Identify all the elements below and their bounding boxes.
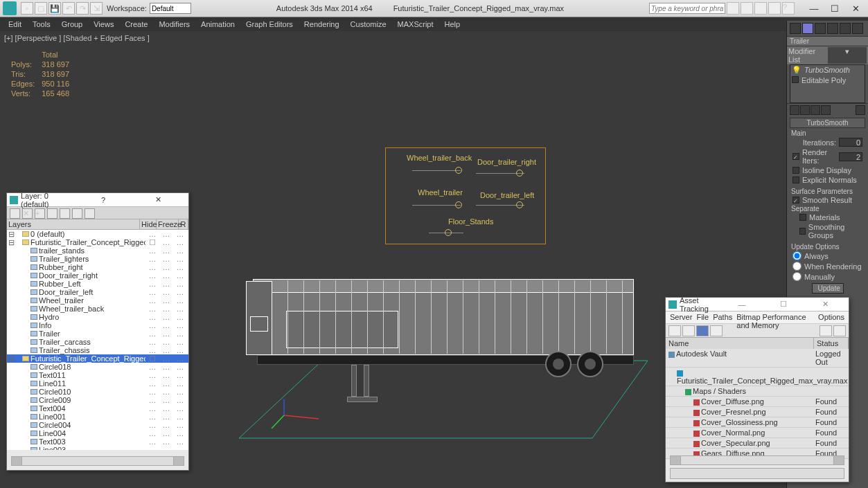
exchange-icon[interactable] bbox=[741, 2, 753, 15]
smooth-result-check[interactable] bbox=[792, 197, 799, 204]
layer-tree[interactable]: ⊟0 (default)………⊟Futuristic_Trailer_Conce… bbox=[7, 230, 188, 450]
menu-customize[interactable]: Customize bbox=[345, 19, 392, 30]
layer-hscroll[interactable] bbox=[11, 456, 184, 466]
modifier-list-combo[interactable]: Modifier List▾ bbox=[787, 46, 868, 64]
layer-row[interactable]: Circle018……… bbox=[7, 363, 188, 371]
layer-row[interactable]: Text004……… bbox=[7, 404, 188, 413]
layer-row[interactable]: trailer_stands……… bbox=[7, 246, 188, 255]
layer-dialog[interactable]: Layer: 0 (default) ? ✕ ✕ + Layers Hide F… bbox=[6, 192, 189, 471]
menu-edit[interactable]: Edit bbox=[3, 19, 27, 30]
rig-handle-floor[interactable] bbox=[445, 229, 452, 236]
layer-row[interactable]: ⊟Futuristic_Trailer_Concept_Rigged☐…… bbox=[7, 238, 188, 246]
layer-row[interactable]: Info……… bbox=[7, 321, 188, 329]
rig-handle-wheel[interactable] bbox=[455, 201, 462, 208]
qat-redo-icon[interactable]: ↷ bbox=[76, 2, 89, 15]
workspace-combo[interactable] bbox=[150, 3, 191, 14]
layer-row[interactable]: ⊟Futuristic_Trailer_Concept_Rigged_contr… bbox=[7, 354, 188, 363]
dialog-minimize-icon[interactable]: — bbox=[721, 300, 763, 309]
viewport-label[interactable]: [+] [Perspective ] [Shaded + Edged Faces… bbox=[4, 34, 150, 42]
rig-handle-wheel-back[interactable] bbox=[455, 167, 462, 174]
asset-refresh-icon[interactable] bbox=[668, 325, 681, 336]
close-button[interactable]: ✕ bbox=[846, 2, 865, 15]
asset-hscroll[interactable] bbox=[670, 455, 844, 465]
asset-row[interactable]: Futuristic_Trailer_Concept_Rigged_max_vr… bbox=[666, 368, 849, 386]
freeze-layer-icon[interactable] bbox=[85, 208, 95, 219]
menu-animation[interactable]: Animation bbox=[195, 19, 240, 30]
layer-row[interactable]: Rubber_right……… bbox=[7, 263, 188, 271]
highlight-layer-icon[interactable] bbox=[60, 208, 70, 219]
asset-row[interactable]: Cover_Fresnel.pngFound bbox=[666, 407, 849, 417]
asset-view1-icon[interactable] bbox=[682, 325, 695, 336]
help-icon[interactable]: ? bbox=[782, 2, 795, 15]
sep-sg-check[interactable] bbox=[799, 228, 806, 235]
layer-row[interactable]: Trailer_carcass……… bbox=[7, 338, 188, 346]
asset-tools-icon[interactable] bbox=[820, 325, 832, 336]
qat-undo-icon[interactable]: ↶ bbox=[62, 2, 75, 15]
dialog-maximize-icon[interactable]: ☐ bbox=[763, 300, 804, 309]
layer-row[interactable]: Line004……… bbox=[7, 429, 188, 437]
layer-row[interactable]: Trailer_chassis……… bbox=[7, 346, 188, 354]
modifier-editable-poly[interactable]: Editable Poly bbox=[801, 76, 846, 84]
layer-row[interactable]: Circle004……… bbox=[7, 421, 188, 429]
object-name-field[interactable]: Trailer bbox=[787, 36, 868, 46]
hide-layer-icon[interactable] bbox=[72, 208, 82, 219]
asset-row[interactable]: Cover_Specular.pngFound bbox=[666, 438, 849, 449]
explicit-normals-check[interactable] bbox=[792, 177, 799, 183]
layer-row[interactable]: Door_trailer_right……… bbox=[7, 271, 188, 280]
remove-modifier-icon[interactable] bbox=[821, 105, 831, 115]
layer-row[interactable]: Circle010……… bbox=[7, 388, 188, 396]
asset-row[interactable]: Maps / Shaders bbox=[666, 386, 849, 397]
layer-row[interactable]: Wheel_trailer……… bbox=[7, 296, 188, 305]
menu-help[interactable]: Help bbox=[439, 19, 466, 30]
modifier-turbosmooth[interactable]: TurboSmooth bbox=[804, 66, 850, 75]
layer-row[interactable]: Line011……… bbox=[7, 379, 188, 388]
menu-modifiers[interactable]: Modifiers bbox=[153, 19, 195, 30]
qat-save-icon[interactable]: 💾 bbox=[48, 2, 61, 15]
asset-view3-icon[interactable] bbox=[710, 325, 723, 336]
app-icon[interactable] bbox=[3, 1, 17, 15]
qat-link-icon[interactable]: ⇲ bbox=[90, 2, 103, 15]
layer-row[interactable]: Text003……… bbox=[7, 437, 188, 446]
asset-settings-icon[interactable] bbox=[833, 325, 846, 336]
rollout-header[interactable]: TurboSmooth bbox=[790, 118, 865, 128]
menu-maxscript[interactable]: MAXScript bbox=[392, 19, 439, 30]
asset-menu-paths[interactable]: Paths bbox=[713, 313, 732, 322]
layer-row[interactable]: Hydro……… bbox=[7, 313, 188, 321]
make-unique-icon[interactable] bbox=[811, 105, 820, 115]
layer-row[interactable]: Text011……… bbox=[7, 371, 188, 379]
menu-rendering[interactable]: Rendering bbox=[299, 19, 345, 30]
search-input[interactable] bbox=[649, 3, 725, 14]
render-iters-check[interactable] bbox=[792, 153, 799, 160]
layer-row[interactable]: Door_trailer_left……… bbox=[7, 288, 188, 296]
asset-row[interactable]: Cover_Normal.pngFound bbox=[666, 428, 849, 438]
select-layer-icon[interactable] bbox=[47, 208, 57, 219]
new-layer-icon[interactable] bbox=[10, 208, 20, 219]
add-to-layer-icon[interactable]: + bbox=[35, 208, 45, 219]
search-icon[interactable] bbox=[727, 2, 739, 15]
qat-new-icon[interactable]: ▫ bbox=[21, 2, 33, 15]
menu-group[interactable]: Group bbox=[56, 19, 89, 30]
layer-row[interactable]: Trailer……… bbox=[7, 329, 188, 338]
qat-open-icon[interactable]: ▢ bbox=[35, 2, 47, 15]
menu-tools[interactable]: Tools bbox=[27, 19, 56, 30]
asset-view2-icon[interactable] bbox=[696, 325, 709, 336]
asset-row[interactable]: Cover_Diffuse.pngFound bbox=[666, 397, 849, 407]
layer-row[interactable]: Circle009……… bbox=[7, 396, 188, 404]
configure-sets-icon[interactable] bbox=[856, 105, 865, 115]
render-iters-spinner[interactable]: 2 bbox=[839, 152, 862, 161]
rig-handle-door-left[interactable] bbox=[516, 201, 523, 208]
modifier-stack[interactable]: 💡TurboSmooth Editable Poly bbox=[790, 64, 865, 103]
layer-row[interactable]: Trailer_lighters……… bbox=[7, 255, 188, 263]
trailer-model[interactable] bbox=[246, 279, 641, 417]
iterations-spinner[interactable]: 0 bbox=[839, 138, 862, 147]
tab-motion-icon[interactable] bbox=[827, 23, 838, 34]
asset-menu-server[interactable]: Server bbox=[670, 313, 692, 322]
asset-dialog-title[interactable]: Asset Tracking — ☐ ✕ bbox=[666, 298, 849, 311]
rig-handle-door-right[interactable] bbox=[516, 170, 523, 177]
dialog-help-icon[interactable]: ? bbox=[76, 196, 130, 204]
update-always-radio[interactable] bbox=[792, 251, 801, 260]
lightbulb-icon[interactable]: 💡 bbox=[792, 66, 801, 75]
layer-row[interactable]: ⊟0 (default)……… bbox=[7, 230, 188, 238]
asset-dialog[interactable]: Asset Tracking — ☐ ✕ ServerFilePathsBitm… bbox=[665, 297, 849, 482]
update-render-radio[interactable] bbox=[792, 262, 801, 271]
